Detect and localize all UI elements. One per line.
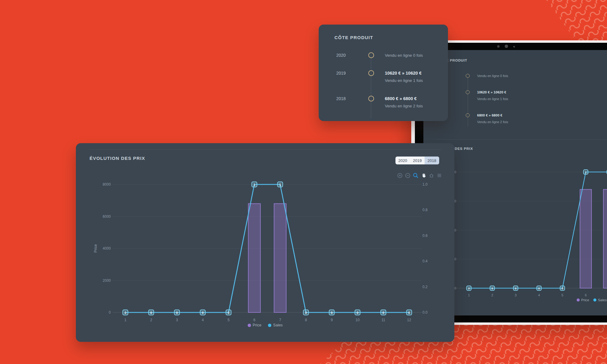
legend-label-price: Price bbox=[253, 323, 261, 327]
svg-text:6: 6 bbox=[585, 293, 587, 297]
svg-text:1: 1 bbox=[253, 183, 255, 187]
svg-text:0: 0 bbox=[305, 311, 307, 315]
price-evolution-card: ÉVOLUTION DES PRIX 2020 2019 2018 bbox=[76, 143, 454, 342]
timeline-price: 6800 € » 6800 € bbox=[385, 96, 417, 101]
svg-text:0: 0 bbox=[382, 311, 384, 315]
svg-text:0.8: 0.8 bbox=[422, 208, 428, 212]
chart-legend: Price Sales bbox=[76, 323, 454, 327]
svg-text:0: 0 bbox=[561, 287, 563, 290]
svg-text:2: 2 bbox=[150, 318, 152, 322]
svg-text:0: 0 bbox=[468, 287, 470, 290]
tablet-chart-legend: Price Sales bbox=[577, 298, 607, 302]
legend-dot-sales bbox=[593, 298, 596, 302]
svg-text:8: 8 bbox=[305, 318, 307, 322]
timeline-year: 2019 bbox=[336, 71, 346, 76]
svg-text:6: 6 bbox=[253, 318, 256, 322]
timeline-ring bbox=[368, 70, 374, 76]
svg-text:3: 3 bbox=[176, 318, 178, 322]
svg-text:6000: 6000 bbox=[103, 214, 111, 219]
tablet-camera-dot bbox=[497, 45, 500, 48]
timeline-price: 10620 € » 10620 € bbox=[385, 71, 422, 76]
svg-text:1: 1 bbox=[279, 183, 281, 187]
screenshot-stage: CÔTE PRODUIT Vendu en ligne 0 fois 10620… bbox=[0, 0, 607, 364]
svg-text:1: 1 bbox=[468, 293, 470, 297]
svg-text:4: 4 bbox=[202, 318, 204, 322]
timeline-year: 2018 bbox=[336, 96, 346, 101]
legend-label-sales: Sales bbox=[598, 298, 607, 302]
svg-text:11: 11 bbox=[381, 318, 385, 322]
svg-text:10: 10 bbox=[355, 318, 360, 322]
tablet-camera-dot bbox=[505, 45, 508, 48]
svg-text:0.2: 0.2 bbox=[422, 285, 428, 289]
legend-dot-sales bbox=[268, 324, 271, 327]
svg-text:Price: Price bbox=[93, 244, 98, 253]
svg-text:12: 12 bbox=[407, 318, 411, 322]
timeline-sold: Vendu en ligne 2 fois bbox=[385, 104, 423, 108]
svg-text:0: 0 bbox=[150, 311, 152, 315]
svg-text:0: 0 bbox=[454, 286, 456, 290]
svg-text:1: 1 bbox=[124, 318, 127, 322]
svg-text:5: 5 bbox=[228, 318, 230, 322]
svg-text:0: 0 bbox=[515, 287, 516, 290]
svg-text:0: 0 bbox=[124, 311, 126, 315]
svg-text:0: 0 bbox=[331, 311, 333, 315]
legend-dot-price bbox=[577, 298, 580, 302]
timeline-line bbox=[371, 55, 371, 119]
timeline-sold: Vendu en ligne 0 fois bbox=[385, 53, 423, 58]
svg-text:1.0: 1.0 bbox=[422, 182, 428, 187]
product-card-title: CÔTE PRODUIT bbox=[334, 35, 373, 40]
timeline-ring bbox=[368, 52, 374, 58]
price-evolution-chart: 0000011000001234567891011120200040006000… bbox=[76, 143, 454, 342]
svg-text:0: 0 bbox=[538, 287, 540, 290]
svg-text:5: 5 bbox=[561, 293, 563, 297]
svg-text:0: 0 bbox=[491, 287, 493, 290]
timeline-sold: Vendu en ligne 1 fois bbox=[385, 78, 423, 83]
tablet-camera-lens bbox=[514, 46, 515, 47]
svg-text:4000: 4000 bbox=[103, 246, 111, 251]
svg-text:7: 7 bbox=[279, 318, 281, 322]
timeline-year: 2020 bbox=[336, 53, 346, 58]
product-rating-card: CÔTE PRODUIT 2020 Vendu en ligne 0 fois … bbox=[319, 25, 448, 121]
svg-text:8000: 8000 bbox=[103, 182, 111, 187]
svg-text:0: 0 bbox=[357, 311, 358, 315]
svg-text:0: 0 bbox=[228, 311, 229, 315]
timeline-ring bbox=[368, 96, 374, 102]
legend-dot-price bbox=[248, 324, 251, 327]
svg-text:0.0: 0.0 bbox=[422, 310, 428, 315]
svg-text:0.4: 0.4 bbox=[422, 259, 428, 263]
svg-text:0: 0 bbox=[202, 311, 204, 315]
svg-text:3: 3 bbox=[515, 293, 517, 297]
svg-text:2000: 2000 bbox=[103, 278, 111, 283]
legend-label-sales: Sales bbox=[273, 323, 283, 327]
svg-text:0: 0 bbox=[109, 310, 111, 315]
svg-text:2: 2 bbox=[491, 293, 493, 297]
svg-text:1: 1 bbox=[585, 170, 587, 174]
legend-label-price: Price bbox=[581, 298, 589, 302]
svg-text:0: 0 bbox=[176, 311, 178, 315]
svg-text:0.6: 0.6 bbox=[422, 234, 428, 238]
svg-text:9: 9 bbox=[331, 318, 333, 322]
svg-text:0: 0 bbox=[408, 311, 410, 315]
svg-text:4: 4 bbox=[538, 293, 540, 297]
